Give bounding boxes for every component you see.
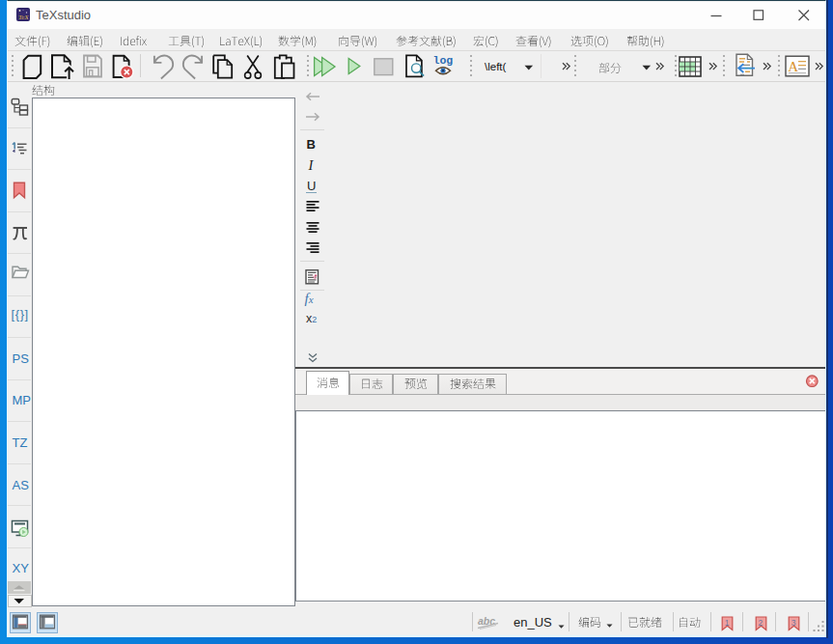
svg-text:3: 3 xyxy=(791,617,796,627)
svg-text:TeX: TeX xyxy=(18,14,29,21)
svg-text:A: A xyxy=(788,59,798,74)
svg-text:1: 1 xyxy=(725,617,730,627)
svg-text:2: 2 xyxy=(758,617,763,627)
